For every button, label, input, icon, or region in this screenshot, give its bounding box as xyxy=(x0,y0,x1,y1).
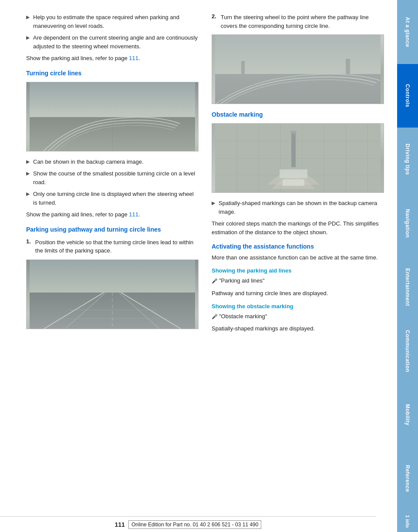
svg-rect-0 xyxy=(30,82,195,117)
page-wrapper: ▶ Help you to estimate the space require… xyxy=(0,0,418,532)
page-number: 111 xyxy=(115,521,125,528)
turning-arrow-2: ▶ xyxy=(26,170,30,177)
svg-rect-33 xyxy=(283,179,304,186)
sidebar-tab-driving-tips[interactable]: Driving tips xyxy=(397,128,418,192)
bullet-arrow-2: ▶ xyxy=(26,34,30,41)
showing-obstacle-result: Spatially-shaped markings are displayed. xyxy=(212,324,384,333)
showing-lines-heading: Showing the parking aid lines xyxy=(212,267,384,274)
obstacle-bullet: ▶ Spatially-shaped markings can be shown… xyxy=(212,199,384,216)
sidebar: At a glance Controls Driving tips Naviga… xyxy=(397,0,418,532)
sidebar-tab-communication[interactable]: Communication xyxy=(397,319,418,383)
voice-icon-1: 🎤 xyxy=(212,277,218,285)
svg-rect-17 xyxy=(346,59,350,74)
sidebar-label-controls: Controls xyxy=(405,84,411,107)
step-2-text: Turn the steering wheel to the point whe… xyxy=(221,13,384,30)
obstacle-arrow: ▶ xyxy=(212,199,215,207)
turning-bullet-2: ▶ Show the course of the smallest possib… xyxy=(26,169,199,186)
main-content: ▶ Help you to estimate the space require… xyxy=(0,0,397,532)
turning-bullet-3: ▶ Only one turning circle line is displa… xyxy=(26,190,199,207)
turning-circle-camera-image xyxy=(212,34,384,104)
sidebar-label-navigation: Navigation xyxy=(405,209,411,238)
sidebar-label-driving-tips: Driving tips xyxy=(405,144,411,175)
camera-svg xyxy=(212,35,384,104)
step-2-label: 2. xyxy=(212,13,216,20)
bullet-item-1: ▶ Help you to estimate the space require… xyxy=(26,13,199,30)
info-badge-tab[interactable]: 1 info xyxy=(397,511,418,532)
obstacle-svg xyxy=(212,124,384,193)
obstacle-image xyxy=(212,123,384,193)
svg-rect-4 xyxy=(30,260,195,293)
showing-obstacle-voice-line: 🎤"Obstacle marking" xyxy=(212,312,384,321)
sidebar-label-entertainment: Entertainment xyxy=(405,268,411,306)
pathway-image xyxy=(26,259,199,329)
turning-bullets-section: ▶ Can be shown in the backup camera imag… xyxy=(26,158,199,207)
svg-rect-30 xyxy=(291,132,296,167)
sidebar-label-reference: Reference xyxy=(405,465,411,492)
sidebar-tab-mobility[interactable]: Mobility xyxy=(397,383,418,447)
turning-arrow-1: ▶ xyxy=(26,158,30,165)
content-area: ▶ Help you to estimate the space require… xyxy=(26,13,384,358)
page-ref-1-suffix: . xyxy=(138,55,140,61)
bullet-text-1: Help you to estimate the space required … xyxy=(33,13,199,30)
turning-circle-svg xyxy=(27,82,198,152)
showing-obstacle-voice: "Obstacle marking" xyxy=(219,313,267,320)
voice-icon-2: 🎤 xyxy=(212,313,218,320)
pathway-heading: Parking using pathway and turning circle… xyxy=(26,226,199,233)
pathway-svg xyxy=(27,260,198,329)
obstacle-heading: Obstacle marking xyxy=(212,111,384,118)
bullet-item-2: ▶ Are dependent on the current steering … xyxy=(26,34,199,51)
sidebar-tab-navigation[interactable]: Navigation xyxy=(397,192,418,256)
top-bullets-section: ▶ Help you to estimate the space require… xyxy=(26,13,199,51)
showing-lines-voice: "Parking aid lines" xyxy=(219,277,265,284)
turning-bullet-1: ▶ Can be shown in the backup camera imag… xyxy=(26,158,199,166)
turning-text-2: Show the course of the smallest possible… xyxy=(33,169,199,186)
turning-text-1: Can be shown in the backup camera image. xyxy=(33,158,144,166)
page-ref-2-suffix: . xyxy=(138,211,140,218)
footer: 111 Online Edition for Part no. 01 40 2 … xyxy=(0,516,376,532)
sidebar-label-mobility: Mobility xyxy=(405,404,411,425)
bullet-arrow-1: ▶ xyxy=(26,13,30,21)
page-ref-2[interactable]: 111 xyxy=(129,211,138,218)
show-parking-ref-2: Show the parking aid lines, refer to pag… xyxy=(26,210,199,219)
showing-lines-voice-line: 🎤"Parking aid lines" xyxy=(212,276,384,285)
svg-point-31 xyxy=(290,131,297,134)
step-1-label: 1. xyxy=(26,238,31,245)
left-column: ▶ Help you to estimate the space require… xyxy=(26,13,199,337)
activating-para: More than one assistance function can be… xyxy=(212,253,384,262)
footer-center: 111 Online Edition for Part no. 01 40 2 … xyxy=(115,520,262,529)
sidebar-tab-controls[interactable]: Controls xyxy=(397,64,418,128)
footer-text: Online Edition for Part no. 01 40 2 606 … xyxy=(131,522,259,528)
sidebar-tab-entertainment[interactable]: Entertainment xyxy=(397,255,418,319)
svg-rect-32 xyxy=(280,169,307,178)
showing-obstacle-heading: Showing the obstacle marking xyxy=(212,303,384,310)
two-col-layout: ▶ Help you to estimate the space require… xyxy=(26,13,384,337)
show-parking-ref-1: Show the parking aid lines, refer to pag… xyxy=(26,54,199,63)
svg-rect-16 xyxy=(241,61,245,74)
sidebar-label-at-a-glance: At a glance xyxy=(405,17,411,47)
step-1: 1. Position the vehicle so that the turn… xyxy=(26,238,199,255)
turning-circle-image xyxy=(26,82,199,152)
bullet-text-2: Are dependent on the current steering an… xyxy=(33,34,199,51)
info-badge-text: 1 info xyxy=(405,515,410,528)
right-column: 2. Turn the steering wheel to the point … xyxy=(212,13,384,337)
sidebar-tab-reference[interactable]: Reference xyxy=(397,447,418,511)
activating-heading: Activating the assistance functions xyxy=(212,243,384,250)
page-ref-1[interactable]: 111 xyxy=(129,55,138,61)
sidebar-tab-at-a-glance[interactable]: At a glance xyxy=(397,0,418,64)
turning-arrow-3: ▶ xyxy=(26,190,30,198)
showing-lines-result: Pathway and turning circle lines are dis… xyxy=(212,289,384,298)
turning-circle-heading: Turning circle lines xyxy=(26,70,199,77)
sidebar-label-communication: Communication xyxy=(405,330,411,372)
step-1-text: Position the vehicle so that the turning… xyxy=(35,238,199,255)
step-2: 2. Turn the steering wheel to the point … xyxy=(212,13,384,30)
turning-text-3: Only one turning circle line is displaye… xyxy=(33,190,199,207)
show-parking-text-2: Show the parking aid lines, refer to pag… xyxy=(26,211,129,218)
footer-box: Online Edition for Part no. 01 40 2 606 … xyxy=(128,520,262,529)
show-parking-text-1: Show the parking aid lines, refer to pag… xyxy=(26,55,129,61)
obstacle-bullet-text: Spatially-shaped markings can be shown i… xyxy=(219,199,384,216)
obstacle-para: Their colored steps match the markings o… xyxy=(212,219,384,237)
